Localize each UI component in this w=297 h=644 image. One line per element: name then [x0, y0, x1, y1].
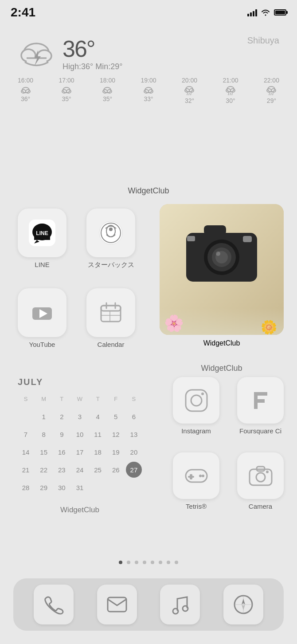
svg-point-40 — [99, 221, 122, 244]
wifi-icon — [261, 9, 270, 16]
calendar-widget: JULY S M T W T F S 1 2 3 4 5 6 7 8 9 10 … — [13, 373, 146, 502]
camera-app-icon[interactable] — [237, 452, 284, 499]
app-instagram-label: Instagram — [181, 427, 211, 435]
app-tetris[interactable]: Tetris® — [173, 452, 219, 510]
app-youtube-label: YouTube — [29, 341, 55, 348]
hourly-item: 17:00 35° — [59, 77, 74, 104]
status-icons — [247, 8, 286, 16]
app-line-label: LINE — [35, 261, 49, 268]
dock-music[interactable] — [160, 585, 200, 624]
weather-city: Shibuya — [247, 35, 279, 46]
svg-rect-63 — [186, 390, 207, 411]
svg-line-34 — [271, 93, 271, 95]
svg-line-22 — [189, 93, 189, 95]
svg-point-72 — [256, 473, 265, 482]
foursquare-icon[interactable] — [237, 377, 284, 424]
dock-mail[interactable] — [97, 585, 137, 624]
svg-line-29 — [232, 93, 232, 95]
svg-line-27 — [228, 93, 229, 95]
svg-rect-68 — [188, 476, 194, 478]
svg-line-23 — [191, 93, 191, 95]
app-calendar[interactable]: Calendar — [86, 288, 135, 348]
page-dot-3 — [143, 561, 146, 564]
calendar-month: JULY — [18, 377, 142, 387]
svg-line-21 — [187, 93, 188, 95]
widgetclub-top-label: WidgetClub — [0, 186, 297, 196]
svg-rect-75 — [108, 597, 126, 612]
svg-rect-62 — [243, 236, 252, 242]
app-tetris-label: Tetris® — [186, 503, 207, 510]
app-foursquare-label: Foursquare Ci — [239, 427, 281, 435]
app-youtube[interactable]: YouTube — [18, 288, 66, 348]
weather-hilo: High:36° Min:29° — [63, 62, 123, 71]
youtube-icon[interactable] — [18, 288, 66, 337]
calendar-icon[interactable] — [86, 288, 135, 337]
app-starbucks-label: スターバックス — [88, 261, 134, 269]
svg-line-28 — [230, 93, 231, 95]
svg-rect-60 — [204, 225, 226, 235]
page-dot-4 — [151, 561, 154, 564]
app-foursquare[interactable]: Foursquare Ci — [237, 377, 284, 435]
svg-line-35 — [273, 93, 273, 95]
app-calendar-label: Calendar — [98, 341, 125, 348]
dock-safari[interactable] — [223, 585, 263, 624]
page-dot-7 — [175, 561, 178, 564]
status-bar: 2:41 — [0, 0, 297, 23]
hourly-item: 19:00 33° — [141, 77, 156, 104]
app-starbucks[interactable]: スターバックス — [86, 208, 135, 269]
photo-widget: 🌸 🌼 — [160, 204, 284, 335]
calendar-today: 27 — [126, 462, 142, 478]
app-instagram[interactable]: Instagram — [173, 377, 219, 435]
page-dot-6 — [167, 561, 170, 564]
svg-line-33 — [269, 93, 270, 95]
weather-temp-block: 36° High:36° Min:29° — [63, 35, 123, 71]
svg-point-64 — [191, 395, 202, 406]
hourly-item: 16:00 36° — [18, 77, 33, 104]
tetris-icon[interactable] — [173, 452, 219, 499]
page-dots — [0, 561, 297, 564]
weather-temp: 36° — [63, 35, 123, 62]
hourly-item: 21:00 30° — [223, 77, 238, 104]
svg-point-43 — [109, 228, 113, 231]
svg-text:LINE: LINE — [36, 230, 48, 236]
svg-point-76 — [173, 609, 178, 614]
app-line[interactable]: LINE LINE — [18, 208, 66, 268]
app-camera-label: Camera — [249, 503, 272, 510]
signal-icon — [247, 8, 257, 16]
weather-main: 36° High:36° Min:29° — [18, 35, 279, 71]
svg-point-70 — [202, 475, 204, 477]
svg-point-59 — [216, 251, 220, 256]
hourly-item: 18:00 35° — [100, 77, 115, 104]
dock-phone[interactable] — [34, 585, 74, 624]
battery-icon — [274, 9, 286, 16]
calendar-widgetclub-label: WidgetClub — [13, 506, 146, 514]
line-icon[interactable]: LINE — [18, 208, 66, 257]
weather-widget: Shibuya 36° — [18, 35, 279, 104]
photo-widget-label: WidgetClub — [160, 339, 284, 347]
svg-rect-61 — [187, 236, 195, 241]
app-camera[interactable]: Camera — [237, 452, 284, 510]
hourly-item: 20:00 32° — [182, 77, 197, 104]
page-dot-2 — [135, 561, 138, 564]
svg-point-69 — [199, 475, 202, 477]
instagram-icon[interactable] — [173, 377, 219, 424]
weather-icon — [18, 37, 55, 70]
weather-hourly: 16:00 36° 17:00 35° 18:00 35° — [18, 77, 279, 104]
svg-point-74 — [266, 471, 269, 473]
page-dot-1 — [127, 561, 130, 564]
svg-point-77 — [183, 606, 188, 611]
status-time: 2:41 — [11, 5, 35, 20]
calendar-grid: S M T W T F S 1 2 3 4 5 6 7 8 9 10 11 12… — [18, 391, 142, 495]
page-dot-5 — [159, 561, 162, 564]
starbucks-icon[interactable] — [86, 208, 135, 257]
photo-widgetclub-label: WidgetClub — [160, 364, 284, 373]
page-dot-0 — [119, 561, 122, 564]
svg-point-65 — [201, 393, 204, 395]
hourly-item: 22:00 29° — [264, 77, 279, 104]
dock — [13, 578, 284, 631]
